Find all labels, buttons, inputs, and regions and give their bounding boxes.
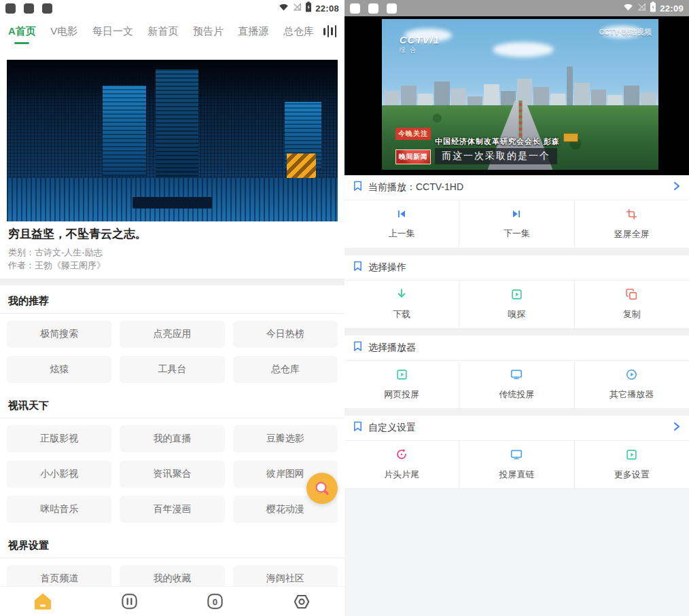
play-circle-icon [626, 369, 637, 383]
nav-settings-button[interactable] [258, 593, 344, 611]
tab-item[interactable]: 新首页 [147, 21, 178, 42]
shortcut-grid: 正版影视我的直播豆瓣选影小小影视资讯聚合彼岸图网咪咕音乐百年漫画樱花动漫 [0, 418, 344, 530]
news-program: 晚间新闻 [395, 149, 431, 164]
tab-item[interactable]: 直播源 [238, 21, 268, 42]
quote-text: 穷且益坚，不坠青云之志。 [8, 227, 336, 242]
equalizer-bars-icon[interactable] [323, 24, 336, 38]
tab-item[interactable]: 每日一文 [92, 21, 133, 42]
action-button-crop[interactable]: 竖屏全屏 [575, 200, 689, 248]
quote-author: 作者：王勃《滕王阁序》 [8, 259, 336, 272]
tab-item[interactable]: 总仓库 [283, 21, 314, 42]
gear-icon [293, 593, 311, 611]
chevron-right-icon[interactable] [673, 181, 681, 194]
hero-structure [103, 86, 145, 176]
action-row: 网页投屏传统投屏其它播放器 [344, 361, 689, 409]
now-playing-label: 当前播放：CCTV-1HD [368, 181, 667, 194]
cloud [493, 42, 554, 57]
shortcut-button[interactable]: 豆瓣选影 [233, 425, 338, 452]
download-icon [395, 288, 408, 303]
status-bar-left: 22:08 [0, 0, 344, 16]
news-badge: 今晚关注 晚间新闻 [395, 128, 431, 164]
shortcut-button[interactable]: 点亮应用 [120, 321, 224, 348]
bottom-nav: 0 [0, 586, 344, 616]
shortcut-button[interactable]: 总仓库 [233, 356, 338, 383]
shortcut-button[interactable]: 资讯聚合 [120, 460, 224, 488]
group-header-row: 选择播放器 [344, 336, 689, 361]
play-square-icon [626, 449, 637, 463]
action-label: 复制 [623, 308, 641, 321]
chevron-right-icon[interactable] [673, 422, 681, 434]
daily-quote-card[interactable]: 穷且益坚，不坠青云之志。 类别：古诗文-人生-励志 作者：王勃《滕王阁序》 [0, 221, 344, 278]
shortcut-button[interactable]: 炫猿 [7, 356, 111, 383]
svg-text:0: 0 [213, 597, 217, 607]
clock: 22:09 [660, 3, 684, 14]
display-icon [510, 448, 523, 463]
group-header-row: 选择操作 [344, 255, 689, 280]
action-button-display[interactable]: 投屏直链 [459, 441, 574, 488]
display-icon [510, 368, 523, 383]
action-label: 嗅探 [508, 308, 525, 321]
bookmark-icon [353, 181, 363, 194]
group-gap [344, 249, 689, 255]
nav-media-button[interactable] [86, 593, 173, 610]
action-button-replay[interactable]: 片头片尾 [344, 441, 459, 488]
group-gap [344, 329, 689, 336]
play-square-icon [511, 289, 523, 303]
action-button-play-square[interactable]: 嗅探 [459, 280, 574, 328]
action-button-previous[interactable]: 上一集 [344, 200, 459, 248]
action-button-copy[interactable]: 复制 [575, 280, 689, 328]
action-button-play-square[interactable]: 更多设置 [575, 441, 689, 488]
section-title: 视讯天下 [0, 390, 344, 418]
video-player[interactable]: CCTV/1 综合 CCTV·咪咕视频 今晚关注 晚间新闻 中国经济体制改革研究… [344, 16, 689, 175]
action-button-next[interactable]: 下一集 [459, 200, 574, 248]
shortcut-button[interactable]: 工具台 [120, 356, 224, 383]
now-playing-row[interactable]: 当前播放：CCTV-1HD [344, 175, 689, 200]
action-label: 网页投屏 [384, 388, 419, 401]
shortcut-button[interactable]: 咪咕音乐 [7, 496, 111, 523]
dual-screenshot: 22:08 A首页V电影每日一文新首页预告片直播源总仓库 穷且益坚，不坠青云之志… [0, 0, 689, 616]
notification-icons [5, 3, 52, 14]
group-gap [344, 409, 689, 416]
tab-bar: A首页V电影每日一文新首页预告片直播源总仓库 [0, 16, 344, 46]
shortcut-button[interactable]: 正版影视 [7, 425, 111, 452]
next-icon [511, 209, 522, 222]
shortcut-button[interactable]: 今日热榜 [233, 321, 338, 348]
action-row: 片头片尾投屏直链更多设置 [344, 441, 689, 489]
shortcut-grid: 极简搜索点亮应用今日热榜炫猿工具台总仓库 [0, 314, 344, 390]
action-button-display[interactable]: 传统投屏 [459, 361, 574, 408]
nav-zero-button[interactable]: 0 [173, 593, 259, 610]
watermark: CCTV·咪咕视频 [599, 27, 652, 37]
search-fab[interactable] [306, 473, 338, 504]
notification-square-icon [350, 3, 360, 14]
tab-item[interactable]: 预告片 [193, 21, 224, 42]
caption-speaker: 中国经济体制改革研究会会长 彭森 [435, 137, 560, 147]
empty-area [344, 489, 689, 616]
news-tag: 今晚关注 [395, 128, 431, 140]
action-button-play-circle[interactable]: 其它播放器 [575, 361, 689, 408]
channel-logo-sub: 综合 [400, 46, 440, 55]
notification-icons [350, 3, 397, 14]
road-sign [563, 133, 578, 142]
action-label: 投屏直链 [499, 469, 534, 481]
action-button-play-square[interactable]: 网页投屏 [344, 361, 459, 408]
group-header-row: 自定义设置 [344, 416, 689, 441]
previous-icon [396, 209, 407, 222]
shortcut-button[interactable]: 百年漫画 [120, 496, 224, 523]
wifi-icon [279, 2, 289, 14]
home-icon [34, 593, 52, 611]
shortcut-button[interactable]: 极简搜索 [7, 321, 111, 348]
shortcut-button[interactable]: 我的直播 [120, 425, 224, 452]
shortcut-button[interactable]: 小小影视 [7, 460, 111, 488]
wifi-icon [623, 2, 633, 14]
action-label: 传统投屏 [499, 388, 534, 401]
action-label: 下一集 [504, 228, 530, 240]
notification-square-icon [24, 3, 34, 14]
bookmark-icon [353, 421, 363, 435]
tab-item[interactable]: V电影 [50, 21, 77, 42]
tab-item[interactable]: A首页 [8, 21, 36, 42]
hero-structure [156, 69, 198, 189]
hero-image[interactable] [7, 60, 338, 221]
nav-home-button[interactable] [0, 593, 86, 611]
action-button-download[interactable]: 下载 [344, 280, 459, 328]
zero-badge-icon: 0 [207, 593, 224, 610]
